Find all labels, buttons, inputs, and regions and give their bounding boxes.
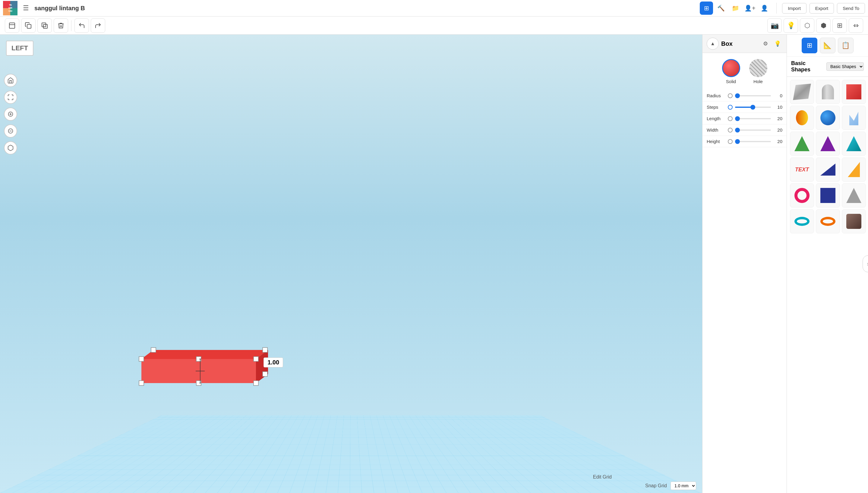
shape-preview-torus-teal — [794, 217, 809, 226]
shape-item-text-red[interactable]: TEXT — [790, 157, 814, 181]
height-track[interactable] — [735, 141, 771, 142]
shape-preview-box-brown — [846, 214, 861, 229]
svg-rect-27 — [263, 372, 267, 377]
svg-text:CAD: CAD — [8, 10, 12, 12]
edit-grid-label: Edit Grid — [593, 474, 612, 480]
canvas-area[interactable]: LEFT — [0, 35, 702, 493]
shape-item-cylinder-gray[interactable] — [816, 80, 840, 104]
shape-preview-cylinder-orange — [796, 110, 808, 125]
steps-value: 10 — [773, 105, 782, 110]
snap-grid-select[interactable]: 1.0 mm 0.5 mm 2.0 mm — [670, 481, 696, 490]
shape-item-torus-orange[interactable] — [816, 209, 840, 233]
height-thumb[interactable] — [735, 139, 740, 144]
length-track[interactable] — [735, 118, 771, 119]
zoom-in-button[interactable] — [4, 108, 17, 121]
steps-track[interactable] — [735, 107, 771, 108]
menu-icon[interactable]: ☰ — [23, 4, 29, 12]
hole-option[interactable]: Hole — [749, 59, 767, 84]
length-value: 20 — [773, 116, 782, 121]
properties-panel: ▲ Box ⚙ 💡 Solid Hole Radius 0 — [702, 35, 787, 493]
camera-button[interactable]: 📷 — [767, 18, 782, 33]
shapes-panel: ⊞ 📐 📋 Basic Shapes Basic Shapes Featured… — [787, 35, 868, 493]
shape-item-box-red[interactable] — [842, 80, 866, 104]
shape-item-wedge-blue[interactable] — [816, 157, 840, 181]
shape-item-wedge-yellow[interactable] — [842, 157, 866, 181]
height-circle — [728, 139, 733, 144]
svg-rect-11 — [43, 24, 47, 28]
shape-item-cone-gray[interactable] — [842, 184, 866, 208]
hammer-button[interactable]: 🔨 — [714, 1, 727, 15]
steps-label: Steps — [707, 105, 728, 110]
shapes-scroll-arrow[interactable]: › — [863, 255, 868, 272]
select-button[interactable]: ⬢ — [816, 18, 831, 33]
copy-button[interactable] — [21, 18, 36, 33]
shape-preview-torus-orange — [820, 217, 835, 226]
left-sidebar — [0, 35, 21, 493]
light-button[interactable]: 💡 — [784, 18, 798, 33]
shape-preview-prism-teal — [846, 136, 861, 151]
shapes-category-select[interactable]: Basic Shapes Featured Letters — [826, 62, 864, 71]
collapse-button[interactable]: ▲ — [707, 38, 719, 50]
shape-item-box-brown[interactable] — [842, 209, 866, 233]
shape-item-cube-dark[interactable] — [816, 184, 840, 208]
mirror-button[interactable]: ⇔ — [849, 18, 863, 33]
shape-preview-wedge-yellow — [848, 162, 860, 177]
length-thumb[interactable] — [735, 116, 740, 121]
shapes-header: Basic Shapes Basic Shapes Featured Lette… — [787, 57, 868, 77]
grid-view-button[interactable]: ⊞ — [700, 1, 713, 15]
shape-item-sphere-blue[interactable] — [816, 106, 840, 130]
svg-text:KER: KER — [8, 7, 12, 9]
undo-button[interactable] — [75, 18, 89, 33]
align-button[interactable]: ⊞ — [832, 18, 847, 33]
props-help-button[interactable]: 💡 — [773, 39, 782, 48]
shapes-grid-view-button[interactable]: ⊞ — [802, 38, 817, 53]
shapes-notes-button[interactable]: 📋 — [838, 38, 853, 53]
3d-shape[interactable]: 1.00 — [123, 341, 286, 383]
shape-item-pyramid-purple[interactable] — [816, 132, 840, 156]
shape-item-torus-pink[interactable] — [790, 184, 814, 208]
shape-preview-box-red — [846, 84, 861, 100]
user-add-button[interactable]: 👤+ — [743, 1, 756, 15]
shape-item-shape-n[interactable] — [842, 106, 866, 130]
folder-button[interactable]: 📁 — [729, 1, 742, 15]
shape-item-cylinder-orange[interactable] — [790, 106, 814, 130]
solid-circle — [722, 59, 740, 77]
steps-thumb[interactable] — [750, 105, 755, 110]
shape-preview-wedge-blue — [820, 164, 835, 176]
shape-item-prism-teal[interactable] — [842, 132, 866, 156]
width-thumb[interactable] — [735, 128, 740, 132]
avatar-button[interactable]: 👤 — [758, 1, 771, 15]
svg-rect-7 — [9, 23, 15, 28]
solid-option[interactable]: Solid — [722, 59, 740, 84]
import-button[interactable]: Import — [782, 3, 807, 14]
zoom-out-button[interactable] — [4, 124, 17, 137]
new-button[interactable] — [5, 18, 19, 33]
svg-marker-19 — [141, 350, 268, 359]
delete-button[interactable] — [54, 18, 68, 33]
redo-button[interactable] — [91, 18, 105, 33]
shape-item-pyramid-green[interactable] — [790, 132, 814, 156]
steps-circle — [728, 105, 733, 110]
radius-thumb[interactable] — [735, 93, 740, 98]
props-settings-button[interactable]: ⚙ — [761, 39, 770, 48]
shape-preview-cube-dark — [820, 188, 835, 203]
shape-preview-pyramid-purple — [820, 136, 835, 151]
3d-view-button[interactable] — [4, 141, 17, 154]
duplicate-button[interactable] — [37, 18, 52, 33]
view-label: LEFT — [6, 41, 34, 56]
height-row: Height 20 — [703, 136, 787, 147]
shapes-list-view-button[interactable]: 📐 — [820, 38, 835, 53]
cursor-button[interactable]: ⬡ — [800, 18, 814, 33]
shapes-grid: TEXT — [787, 77, 868, 236]
send-to-button[interactable]: Send To — [837, 3, 865, 14]
width-value: 20 — [773, 127, 782, 132]
shape-item-torus-teal[interactable] — [790, 209, 814, 233]
fit-view-button[interactable] — [4, 91, 17, 104]
home-button[interactable] — [4, 74, 17, 87]
width-track[interactable] — [735, 129, 771, 131]
shape-item-box-gray[interactable] — [790, 80, 814, 104]
export-button[interactable]: Export — [809, 3, 834, 14]
radius-track[interactable] — [735, 95, 771, 97]
solid-label: Solid — [726, 79, 736, 84]
shape-preview-sphere-blue — [820, 110, 835, 125]
